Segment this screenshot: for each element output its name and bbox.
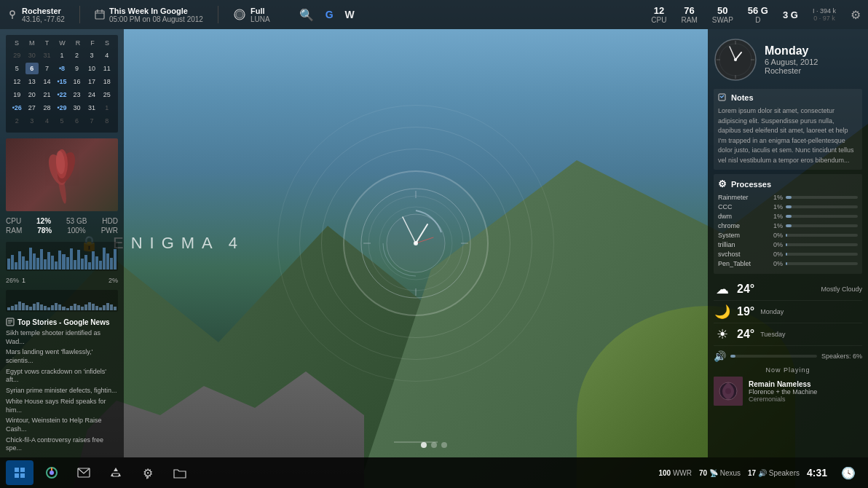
taskbar-btn-mail[interactable]: [70, 460, 98, 485]
process-row: System0%: [718, 232, 858, 239]
calendar-widget: S M T W R F S 29 30 31 1 2 3 4 5 6 7 •8 …: [6, 35, 118, 133]
mini-bar-item: [15, 262, 17, 269]
process-name: chrome: [718, 222, 765, 229]
eq-bar-item: [29, 307, 32, 310]
process-bar-fill: [786, 196, 792, 199]
disk-g-stat: 56 G D: [748, 5, 768, 24]
clock-widget: Monday 6 August, 2012 Rochester: [714, 35, 862, 84]
news-item[interactable]: Syrian prime minister defects, fightin..…: [6, 387, 118, 395]
mini-bar-item: [58, 251, 61, 269]
process-name: Rainmeter: [718, 194, 765, 201]
dot-navigation: [421, 442, 447, 448]
wiki-icon-btn[interactable]: W: [345, 9, 355, 20]
news-item[interactable]: Wintour, Weinstein to Help Raise Cash...: [6, 417, 118, 433]
process-pct: 1%: [768, 213, 783, 220]
settings-icon[interactable]: ⚙: [851, 8, 861, 22]
album-name: Ceremonials: [749, 395, 817, 403]
eq-bar-item: [55, 303, 58, 310]
dot-1[interactable]: [421, 442, 427, 448]
now-playing-row: Remain Nameless Florence + the Machine C…: [714, 377, 862, 406]
process-bar-bg: [786, 234, 858, 237]
cloud-icon: ☁: [714, 281, 731, 297]
mini-bar-item: [62, 254, 65, 269]
news-item[interactable]: Egypt vows crackdown on 'infidels' aft..…: [6, 368, 118, 385]
calendar-label: This Week In Google: [109, 7, 203, 15]
process-bar-fill: [786, 215, 792, 218]
taskbar-btn-2[interactable]: [38, 460, 66, 485]
clock-date: 6 August, 2012: [765, 58, 818, 66]
taskbar-btn-folder[interactable]: [166, 460, 194, 485]
mini-bar-item: [66, 257, 69, 269]
news-item[interactable]: Sikh temple shooter identified as Wad...: [6, 329, 118, 346]
volume-control[interactable]: 🔊 Speakers: 6%: [714, 350, 862, 362]
volume-fill: [730, 355, 735, 358]
eq-bar-item: [18, 302, 21, 310]
mini-bar-item: [29, 248, 32, 269]
process-pct: 1%: [768, 222, 783, 229]
volume-bar[interactable]: [730, 355, 817, 358]
vol-stats-row: 26% 1 2%: [6, 277, 118, 284]
dot-3[interactable]: [441, 442, 447, 448]
artist-name: Florence + the Machine: [749, 388, 817, 395]
taskbar-btn-recycle[interactable]: [102, 460, 130, 485]
speaker-icon: 🔊: [714, 350, 726, 362]
search-icon-btn[interactable]: 🔍: [299, 8, 314, 22]
taskbar-clock-btn[interactable]: 🕓: [835, 460, 862, 485]
clock-time: 4:31: [807, 467, 827, 479]
eq-bar-item: [40, 304, 43, 310]
location-name: Rochester: [22, 7, 65, 15]
clock-info: Monday 6 August, 2012 Rochester: [765, 44, 818, 75]
cpu-row: CPU 12% 53 GB HDD: [6, 217, 118, 225]
weather-day-monday: Monday: [760, 308, 784, 315]
news-item[interactable]: Chick-fil-A controversy raises free spe.…: [6, 436, 118, 452]
taskbar-right: 100 WWR 70 📡 Nexus 17 🔊 Speakers 4:31 🕓: [658, 460, 862, 485]
mini-bar-item: [84, 255, 87, 269]
process-row: CCC1%: [718, 203, 858, 210]
location-widget: Rochester 43.16, -77.62: [7, 7, 65, 23]
left-panel: S M T W R F S 29 30 31 1 2 3 4 5 6 7 •8 …: [0, 29, 124, 457]
news-item[interactable]: Mars landing went 'flawlessly,' scientis…: [6, 348, 118, 365]
weather-temp-today: 24°: [737, 283, 754, 296]
cpu-stat: 12 CPU: [651, 5, 666, 24]
eq-bar-item: [95, 306, 98, 310]
eq-bar-item: [44, 306, 47, 310]
mini-bar-item: [44, 259, 47, 269]
cal-week-3: 12 13 14 •15 16 17 18: [10, 76, 114, 87]
location-coords: 43.16, -77.62: [22, 15, 65, 23]
process-bar-fill: [786, 243, 787, 246]
mini-bar-item: [99, 261, 102, 269]
eq-bar-item: [74, 304, 76, 310]
google-icon-btn[interactable]: G: [326, 9, 334, 20]
now-playing-header: Now Playing: [714, 366, 862, 374]
moon-widget: Full LUNA: [233, 7, 270, 23]
svg-rect-44: [20, 473, 25, 478]
svg-point-0: [10, 11, 15, 15]
process-pct: 0%: [768, 241, 783, 248]
eq-bar-item: [70, 306, 73, 310]
dot-2[interactable]: [431, 442, 437, 448]
mini-bar-item: [110, 258, 113, 269]
taskbar: ⚙ ▸ 100 WWR 70 📡 Nexus 17 🔊 Speakers 4:3…: [0, 457, 868, 488]
start-button[interactable]: [6, 460, 33, 485]
right-panel: Monday 6 August, 2012 Rochester Notes Lo…: [708, 29, 868, 457]
process-name: svchost: [718, 251, 765, 258]
news-item[interactable]: White House says Reid speaks for him...: [6, 398, 118, 414]
process-pct: 1%: [768, 203, 783, 210]
process-name: Pen_Tablet: [718, 260, 765, 267]
volume-label: Speakers: 6%: [821, 353, 862, 360]
calendar-header: S M T W R F S: [10, 39, 114, 47]
news-list: Sikh temple shooter identified as Wad...…: [6, 329, 118, 452]
process-pct: 0%: [768, 260, 783, 267]
process-bar-bg: [786, 215, 858, 218]
cal-week-5: •26 27 28 •29 30 31 1: [10, 102, 114, 114]
weather-widget: ☁ 24° Mostly Cloudy 🌙 19° Monday ☀ 24° T…: [714, 278, 862, 346]
process-name: System: [718, 232, 765, 239]
mini-bar-item: [51, 256, 54, 269]
mini-bar-item: [114, 249, 117, 269]
eq-bar-item: [92, 304, 95, 310]
cal-week-4: 19 20 21 •22 23 24 25: [10, 89, 114, 101]
taskbar-btn-settings[interactable]: ⚙ ▸: [134, 460, 162, 485]
moon-sub: LUNA: [250, 15, 270, 23]
process-name: dwm: [718, 213, 765, 220]
cal-week-2: 5 6 7 •8 9 10 11: [10, 63, 114, 74]
